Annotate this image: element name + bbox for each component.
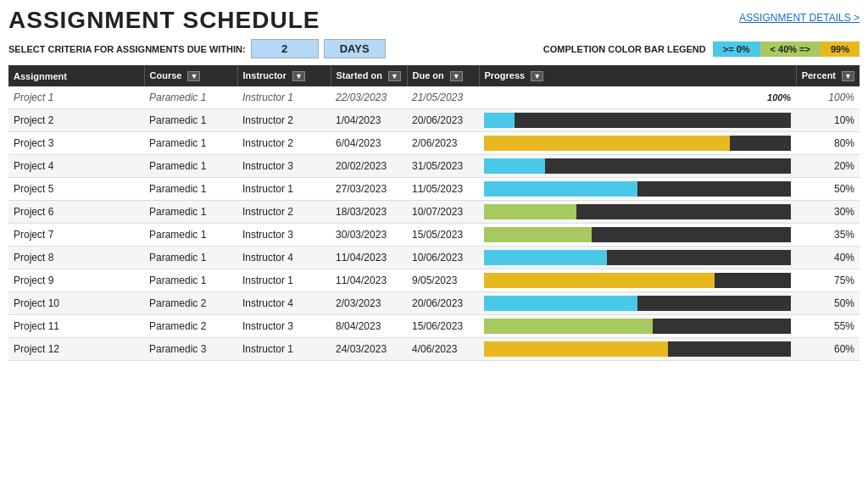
cell-instructor: Instructor 3 [237,315,331,338]
criteria-value-input[interactable] [251,39,319,58]
cell-progress [479,315,796,338]
legend-item-green: < 40% => [760,42,821,57]
cell-started: 2/03/2023 [331,292,407,315]
cell-started: 11/04/2023 [331,247,407,269]
cell-percent: 80% [796,132,860,155]
course-filter-icon[interactable]: ▼ [187,71,200,81]
cell-percent: 100% [796,86,860,109]
cell-percent: 10% [796,109,860,132]
top-row: ASSIGNMENT SCHEDULE ASSIGNMENT DETAILS > [8,7,860,34]
table-header: Assignment Course ▼ Instructor ▼ Started… [8,65,860,86]
started-filter-icon[interactable]: ▼ [388,71,401,81]
cell-started: 27/03/2023 [331,178,407,201]
cell-due: 9/05/2023 [407,269,479,292]
cell-due: 21/05/2023 [407,86,479,109]
cell-progress [479,269,796,292]
cell-course: Paramedic 1 [144,155,237,178]
cell-course: Paramedic 2 [144,315,237,338]
cell-instructor: Instructor 1 [237,178,331,201]
cell-course: Paramedic 1 [144,86,237,109]
cell-due: 11/05/2023 [407,178,479,201]
cell-assignment: Project 11 [8,315,144,338]
cell-percent: 40% [796,247,860,269]
cell-assignment: Project 5 [8,178,144,201]
table-row: Project 4Paramedic 1Instructor 320/02/20… [8,155,860,178]
due-filter-icon[interactable]: ▼ [450,71,463,81]
cell-percent: 20% [796,155,860,178]
cell-started: 20/02/2023 [331,155,407,178]
percent-filter-icon[interactable]: ▼ [842,71,854,81]
table-row: Project 3Paramedic 1Instructor 26/04/202… [8,132,860,155]
cell-started: 24/03/2023 [331,338,407,361]
cell-percent: 55% [796,315,860,338]
legend-item-yellow: 99% [821,42,860,57]
th-percent: Percent ▼ [796,65,860,86]
cell-due: 15/05/2023 [407,224,479,247]
cell-course: Paramedic 1 [144,132,237,155]
table-row: Project 9Paramedic 1Instructor 111/04/20… [8,269,860,292]
cell-progress [479,132,796,155]
cell-course: Paramedic 1 [144,224,237,247]
cell-progress [479,201,796,224]
th-due: Due on ▼ [407,65,479,86]
cell-instructor: Instructor 1 [237,338,331,361]
cell-due: 2/06/2023 [407,132,479,155]
cell-course: Paramedic 1 [144,178,237,201]
cell-percent: 35% [796,224,860,247]
legend-item-blue: >= 0% [713,42,760,57]
cell-instructor: Instructor 1 [237,269,331,292]
criteria-section: SELECT CRITERIA FOR ASSIGNMENTS DUE WITH… [8,39,386,58]
cell-assignment: Project 7 [8,224,144,247]
th-course: Course ▼ [144,65,237,86]
assignment-details-link[interactable]: ASSIGNMENT DETAILS > [739,12,860,24]
cell-started: 1/04/2023 [331,109,407,132]
cell-started: 6/04/2023 [331,132,407,155]
cell-due: 4/06/2023 [407,338,479,361]
progress-filter-icon[interactable]: ▼ [531,71,543,81]
cell-assignment: Project 9 [8,269,144,292]
cell-instructor: Instructor 3 [237,224,331,247]
cell-percent: 75% [796,269,860,292]
cell-instructor: Instructor 1 [237,86,331,109]
cell-assignment: Project 1 [8,86,144,109]
table-row: Project 11Paramedic 2Instructor 38/04/20… [8,315,860,338]
cell-percent: 30% [796,201,860,224]
cell-due: 20/06/2023 [407,292,479,315]
cell-assignment: Project 3 [8,132,144,155]
cell-due: 20/06/2023 [407,109,479,132]
cell-instructor: Instructor 3 [237,155,331,178]
cell-assignment: Project 2 [8,109,144,132]
legend-title: COMPLETION COLOR BAR LEGEND [543,44,706,54]
page-title: ASSIGNMENT SCHEDULE [8,7,320,34]
th-started: Started on ▼ [331,65,407,86]
cell-progress [479,155,796,178]
criteria-label: SELECT CRITERIA FOR ASSIGNMENTS DUE WITH… [8,44,246,54]
cell-progress [479,247,796,269]
table-row: Project 5Paramedic 1Instructor 127/03/20… [8,178,860,201]
table-row: Project 7Paramedic 1Instructor 330/03/20… [8,224,860,247]
table-row: Project 10Paramedic 2Instructor 42/03/20… [8,292,860,315]
th-instructor: Instructor ▼ [237,65,331,86]
table-row: Project 2Paramedic 1Instructor 21/04/202… [8,109,860,132]
cell-course: Paramedic 3 [144,338,237,361]
cell-percent: 60% [796,338,860,361]
cell-assignment: Project 10 [8,292,144,315]
th-progress: Progress ▼ [479,65,796,86]
cell-started: 8/04/2023 [331,315,407,338]
table-row: Project 12Paramedic 3Instructor 124/03/2… [8,338,860,361]
cell-progress [479,224,796,247]
table-row: Project 6Paramedic 1Instructor 218/03/20… [8,201,860,224]
cell-course: Paramedic 1 [144,109,237,132]
legend-criteria-row: SELECT CRITERIA FOR ASSIGNMENTS DUE WITH… [8,39,860,58]
cell-started: 30/03/2023 [331,224,407,247]
cell-course: Paramedic 1 [144,201,237,224]
cell-percent: 50% [796,292,860,315]
cell-due: 31/05/2023 [407,155,479,178]
assignment-table: Assignment Course ▼ Instructor ▼ Started… [8,65,860,361]
cell-assignment: Project 8 [8,247,144,269]
cell-started: 18/03/2023 [331,201,407,224]
cell-due: 15/06/2023 [407,315,479,338]
criteria-days-label: DAYS [324,39,386,58]
table-row: Project 8Paramedic 1Instructor 411/04/20… [8,247,860,269]
instructor-filter-icon[interactable]: ▼ [292,71,305,81]
